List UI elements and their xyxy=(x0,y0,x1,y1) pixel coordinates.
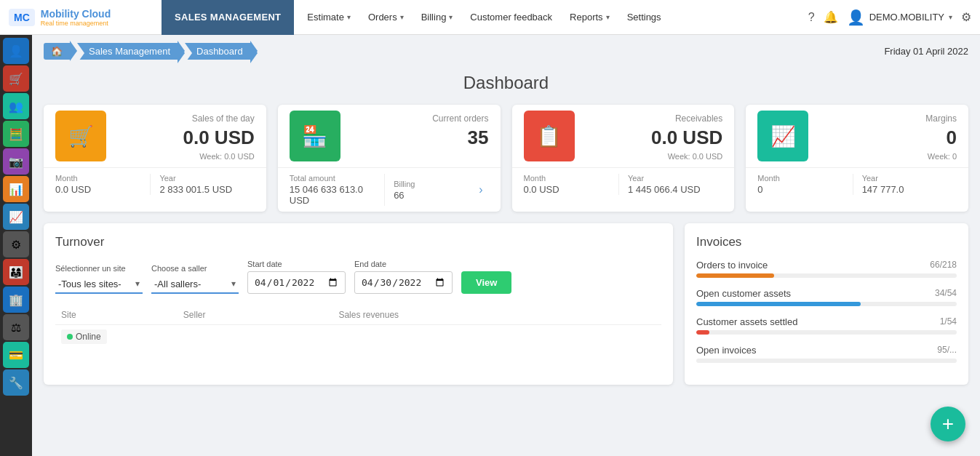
sidebar-item-10[interactable]: ⚖ xyxy=(3,314,29,340)
sidebar-item-9[interactable]: 🏢 xyxy=(3,287,29,313)
stat-card-margins: 📈 Margins 0 Week: 0 Month 0 Year 147 777… xyxy=(746,105,968,212)
stat-value-receivables: 0.0 USD xyxy=(583,127,723,149)
sidebar-item-2[interactable]: 👥 xyxy=(3,93,29,119)
view-button[interactable]: View xyxy=(461,271,511,294)
bell-icon[interactable]: 🔔 xyxy=(824,10,838,24)
invoice-open-assets: Open customer assets 34/54 xyxy=(696,288,957,306)
site-filter-group: Sélectionner un site -Tous les sites- xyxy=(55,264,143,294)
progress-bar-3 xyxy=(696,359,957,363)
stat-main-sales: Sales of the day 0.0 USD Week: 0.0 USD xyxy=(106,113,255,161)
top-navigation: MC Mobility Cloud Real time management S… xyxy=(0,0,980,35)
site-select-wrapper: -Tous les sites- xyxy=(55,276,143,294)
main-layout: 👤 🛒 👥 🧮 📷 📊 📈 ⚙ 👨‍👩‍👧 🏢 ⚖ 💳 🔧 🏠 Sales Ma… xyxy=(0,35,980,456)
stat-month-sales: Month 0.0 USD xyxy=(55,174,150,195)
online-dot xyxy=(67,334,73,340)
sidebar-item-5[interactable]: 📊 xyxy=(3,176,29,202)
nav-estimate[interactable]: Estimate ▾ xyxy=(300,7,358,27)
help-icon[interactable]: ? xyxy=(808,11,815,24)
avatar-icon: 👤 xyxy=(847,9,865,26)
sidebar-item-0[interactable]: 👤 xyxy=(3,38,29,64)
orders-chevron-icon[interactable]: › xyxy=(473,183,488,196)
receivables-icon: 📋 xyxy=(524,111,575,161)
invoice-count-3: 95/... xyxy=(937,345,957,356)
end-date-input[interactable] xyxy=(354,271,453,294)
stat-year-margins: Year 147 777.0 xyxy=(853,174,957,195)
nav-billing[interactable]: Billing ▾ xyxy=(414,7,461,27)
nav-items: Estimate ▾ Orders ▾ Billing ▾ Customer f… xyxy=(294,7,808,27)
invoice-count-1: 34/54 xyxy=(935,288,957,299)
page-title: Dashboard xyxy=(32,73,980,93)
stat-value-orders: 35 xyxy=(349,127,489,149)
progress-fill-2 xyxy=(696,330,709,335)
seller-select[interactable]: -All sallers- xyxy=(151,276,239,294)
turnover-filters: Sélectionner un site -Tous les sites- Ch… xyxy=(55,260,661,294)
sidebar-item-6[interactable]: 📈 xyxy=(3,204,29,230)
logo-icon: MC xyxy=(9,9,35,26)
sales-management-button[interactable]: SALES MANAGEMENT xyxy=(162,0,294,35)
progress-bar-1 xyxy=(696,302,957,306)
sidebar-item-7[interactable]: ⚙ xyxy=(3,231,29,257)
breadcrumb-arrow-1 xyxy=(70,41,77,61)
chevron-down-icon: ▾ xyxy=(449,13,453,21)
stat-bottom-sales: Month 0.0 USD Year 2 833 001.5 USD xyxy=(44,167,266,201)
stat-card-orders: 🏪 Current orders 35 Total amount 15 046 … xyxy=(278,105,501,212)
chevron-down-icon: ▾ xyxy=(949,13,952,21)
main-content: 🏠 Sales Management Dashboard Friday 01 A… xyxy=(32,35,980,456)
stat-week-sales: Week: 0.0 USD xyxy=(115,152,255,161)
start-date-input[interactable] xyxy=(247,271,346,294)
stat-card-top-receivables: 📋 Receivables 0.0 USD Week: 0.0 USD xyxy=(512,105,735,167)
nav-orders[interactable]: Orders ▾ xyxy=(361,7,411,27)
progress-fill-0 xyxy=(696,273,774,278)
seller-select-wrapper: -All sallers- xyxy=(151,276,239,294)
stat-label-orders: Current orders xyxy=(349,113,489,124)
stat-label-margins: Margins xyxy=(817,113,957,124)
lower-section: Turnover Sélectionner un site -Tous les … xyxy=(32,223,980,396)
nav-customer-feedback[interactable]: Customer feedback xyxy=(463,7,559,27)
site-select[interactable]: -Tous les sites- xyxy=(55,276,143,294)
col-site: Site xyxy=(55,305,178,325)
chevron-down-icon: ▾ xyxy=(606,13,610,21)
stat-card-sales: 🛒 Sales of the day 0.0 USD Week: 0.0 USD… xyxy=(44,105,266,212)
breadcrumb-sales-management[interactable]: Sales Management xyxy=(77,43,178,60)
nav-settings[interactable]: Settings xyxy=(620,7,669,27)
stat-year-sales: Year 2 833 001.5 USD xyxy=(150,174,254,195)
orders-icon: 🏪 xyxy=(290,111,340,161)
breadcrumb-home[interactable]: 🏠 xyxy=(44,43,70,60)
sidebar-item-1[interactable]: 🛒 xyxy=(3,65,29,92)
brand-name: Mobility Cloud xyxy=(41,8,111,20)
sidebar-item-11[interactable]: 💳 xyxy=(3,342,29,368)
sidebar-item-12[interactable]: 🔧 xyxy=(3,369,29,396)
nav-reports[interactable]: Reports ▾ xyxy=(562,7,617,27)
stat-label-receivables: Receivables xyxy=(583,113,723,124)
progress-bar-2 xyxy=(696,330,957,335)
breadcrumb: 🏠 Sales Management Dashboard xyxy=(44,41,258,61)
stat-value-sales: 0.0 USD xyxy=(115,127,255,149)
stat-main-orders: Current orders 35 xyxy=(340,113,489,149)
stat-billing-orders: Billing 66 › xyxy=(384,174,488,206)
site-filter-label: Sélectionner un site xyxy=(55,264,143,273)
brand-subtitle: Real time management xyxy=(41,20,111,27)
stat-week-receivables: Week: 0.0 USD xyxy=(583,152,723,161)
logo-brand: Mobility Cloud Real time management xyxy=(41,8,111,27)
breadcrumb-arrow-2 xyxy=(178,41,185,61)
stat-card-top-orders: 🏪 Current orders 35 xyxy=(278,105,501,167)
sidebar-item-8[interactable]: 👨‍👩‍👧 xyxy=(3,259,29,285)
seller-filter-label: Choose a saller xyxy=(151,264,239,273)
stat-bottom-margins: Month 0 Year 147 777.0 xyxy=(746,167,968,201)
breadcrumb-dashboard[interactable]: Dashboard xyxy=(185,43,250,60)
nav-right: ? 🔔 👤 DEMO.MOBILITY ▾ ⚙ xyxy=(808,9,971,26)
margins-icon: 📈 xyxy=(757,111,808,161)
user-menu[interactable]: 👤 DEMO.MOBILITY ▾ xyxy=(847,9,952,26)
stat-main-margins: Margins 0 Week: 0 xyxy=(808,113,957,161)
stat-bottom-orders: Total amount 15 046 633 613.0 USD Billin… xyxy=(278,167,501,212)
start-date-label: Start date xyxy=(247,260,346,268)
sidebar-item-3[interactable]: 🧮 xyxy=(3,121,29,147)
gear-icon[interactable]: ⚙ xyxy=(961,10,971,24)
sidebar-item-4[interactable]: 📷 xyxy=(3,148,29,175)
fab-button[interactable]: + xyxy=(931,407,965,441)
chevron-down-icon: ▾ xyxy=(400,13,404,21)
invoice-label-1: Open customer assets xyxy=(696,288,791,299)
stat-value-margins: 0 xyxy=(817,127,957,149)
stat-year-receivables: Year 1 445 066.4 USD xyxy=(618,174,722,195)
invoices-card: Invoices Orders to invoice 66/218 Open c… xyxy=(685,223,968,385)
